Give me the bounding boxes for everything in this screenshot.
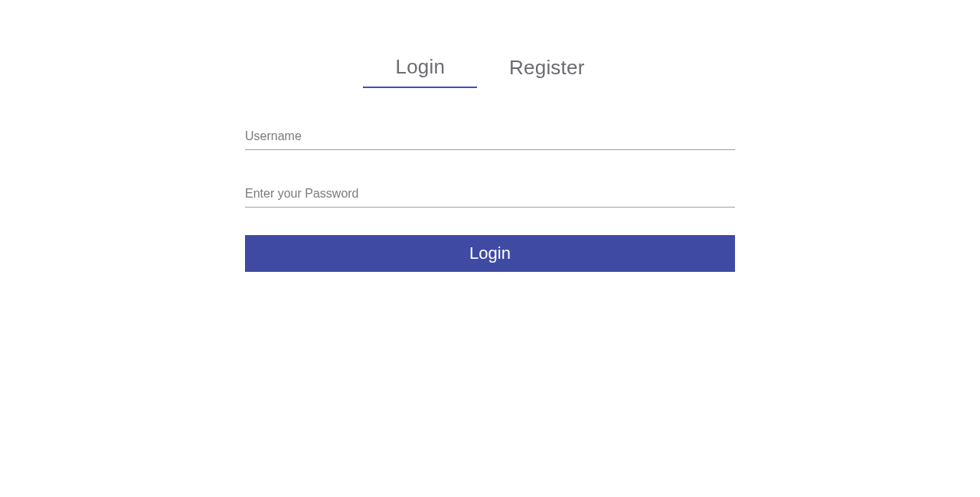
login-form: Login (245, 125, 735, 272)
password-group (245, 182, 735, 208)
auth-tabs: Login Register (245, 52, 735, 88)
username-input[interactable] (245, 125, 735, 150)
tab-register[interactable]: Register (477, 52, 616, 88)
password-input[interactable] (245, 182, 735, 208)
username-group (245, 125, 735, 150)
login-button[interactable]: Login (245, 235, 735, 272)
auth-container: Login Register Login (245, 0, 735, 272)
tab-login[interactable]: Login (363, 52, 477, 88)
